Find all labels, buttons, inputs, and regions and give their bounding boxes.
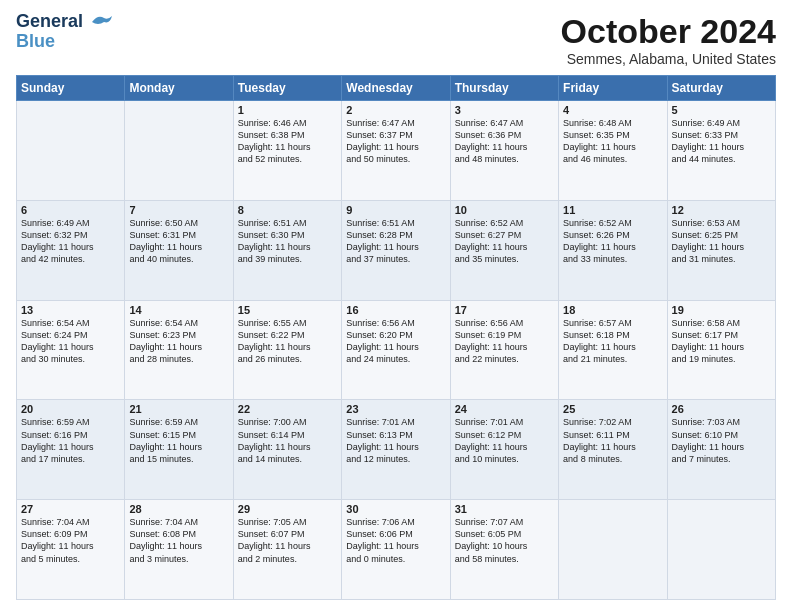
table-row — [559, 500, 667, 600]
calendar-week-row: 6Sunrise: 6:49 AM Sunset: 6:32 PM Daylig… — [17, 200, 776, 300]
calendar-table: Sunday Monday Tuesday Wednesday Thursday… — [16, 75, 776, 600]
col-tuesday: Tuesday — [233, 76, 341, 101]
table-row: 2Sunrise: 6:47 AM Sunset: 6:37 PM Daylig… — [342, 101, 450, 201]
calendar-week-row: 27Sunrise: 7:04 AM Sunset: 6:09 PM Dayli… — [17, 500, 776, 600]
table-row: 31Sunrise: 7:07 AM Sunset: 6:05 PM Dayli… — [450, 500, 558, 600]
day-info: Sunrise: 6:56 AM Sunset: 6:19 PM Dayligh… — [455, 317, 554, 366]
day-number: 7 — [129, 204, 228, 216]
day-number: 2 — [346, 104, 445, 116]
calendar-week-row: 20Sunrise: 6:59 AM Sunset: 6:16 PM Dayli… — [17, 400, 776, 500]
table-row: 5Sunrise: 6:49 AM Sunset: 6:33 PM Daylig… — [667, 101, 775, 201]
day-info: Sunrise: 6:49 AM Sunset: 6:33 PM Dayligh… — [672, 117, 771, 166]
day-number: 23 — [346, 403, 445, 415]
table-row: 8Sunrise: 6:51 AM Sunset: 6:30 PM Daylig… — [233, 200, 341, 300]
day-info: Sunrise: 7:04 AM Sunset: 6:08 PM Dayligh… — [129, 516, 228, 565]
table-row: 9Sunrise: 6:51 AM Sunset: 6:28 PM Daylig… — [342, 200, 450, 300]
table-row: 17Sunrise: 6:56 AM Sunset: 6:19 PM Dayli… — [450, 300, 558, 400]
col-monday: Monday — [125, 76, 233, 101]
day-number: 1 — [238, 104, 337, 116]
day-info: Sunrise: 6:51 AM Sunset: 6:30 PM Dayligh… — [238, 217, 337, 266]
table-row: 13Sunrise: 6:54 AM Sunset: 6:24 PM Dayli… — [17, 300, 125, 400]
day-info: Sunrise: 6:58 AM Sunset: 6:17 PM Dayligh… — [672, 317, 771, 366]
table-row: 18Sunrise: 6:57 AM Sunset: 6:18 PM Dayli… — [559, 300, 667, 400]
day-number: 9 — [346, 204, 445, 216]
logo-bird-icon — [90, 14, 112, 30]
table-row — [125, 101, 233, 201]
day-number: 4 — [563, 104, 662, 116]
day-info: Sunrise: 7:01 AM Sunset: 6:12 PM Dayligh… — [455, 416, 554, 465]
day-number: 28 — [129, 503, 228, 515]
logo-general: General — [16, 12, 112, 32]
location: Semmes, Alabama, United States — [561, 51, 776, 67]
table-row: 15Sunrise: 6:55 AM Sunset: 6:22 PM Dayli… — [233, 300, 341, 400]
day-number: 5 — [672, 104, 771, 116]
day-info: Sunrise: 6:47 AM Sunset: 6:36 PM Dayligh… — [455, 117, 554, 166]
day-number: 29 — [238, 503, 337, 515]
day-number: 27 — [21, 503, 120, 515]
table-row: 12Sunrise: 6:53 AM Sunset: 6:25 PM Dayli… — [667, 200, 775, 300]
table-row: 11Sunrise: 6:52 AM Sunset: 6:26 PM Dayli… — [559, 200, 667, 300]
header: General Blue October 2024 Semmes, Alabam… — [16, 12, 776, 67]
day-info: Sunrise: 7:06 AM Sunset: 6:06 PM Dayligh… — [346, 516, 445, 565]
table-row — [667, 500, 775, 600]
day-info: Sunrise: 6:51 AM Sunset: 6:28 PM Dayligh… — [346, 217, 445, 266]
col-wednesday: Wednesday — [342, 76, 450, 101]
day-number: 19 — [672, 304, 771, 316]
day-number: 14 — [129, 304, 228, 316]
col-saturday: Saturday — [667, 76, 775, 101]
day-number: 21 — [129, 403, 228, 415]
day-info: Sunrise: 6:53 AM Sunset: 6:25 PM Dayligh… — [672, 217, 771, 266]
day-info: Sunrise: 6:47 AM Sunset: 6:37 PM Dayligh… — [346, 117, 445, 166]
day-number: 20 — [21, 403, 120, 415]
day-info: Sunrise: 7:05 AM Sunset: 6:07 PM Dayligh… — [238, 516, 337, 565]
day-info: Sunrise: 7:04 AM Sunset: 6:09 PM Dayligh… — [21, 516, 120, 565]
day-info: Sunrise: 6:46 AM Sunset: 6:38 PM Dayligh… — [238, 117, 337, 166]
table-row: 19Sunrise: 6:58 AM Sunset: 6:17 PM Dayli… — [667, 300, 775, 400]
table-row: 22Sunrise: 7:00 AM Sunset: 6:14 PM Dayli… — [233, 400, 341, 500]
table-row: 30Sunrise: 7:06 AM Sunset: 6:06 PM Dayli… — [342, 500, 450, 600]
day-info: Sunrise: 6:52 AM Sunset: 6:26 PM Dayligh… — [563, 217, 662, 266]
table-row: 21Sunrise: 6:59 AM Sunset: 6:15 PM Dayli… — [125, 400, 233, 500]
day-info: Sunrise: 7:02 AM Sunset: 6:11 PM Dayligh… — [563, 416, 662, 465]
calendar-week-row: 13Sunrise: 6:54 AM Sunset: 6:24 PM Dayli… — [17, 300, 776, 400]
table-row: 14Sunrise: 6:54 AM Sunset: 6:23 PM Dayli… — [125, 300, 233, 400]
day-number: 31 — [455, 503, 554, 515]
day-number: 8 — [238, 204, 337, 216]
day-info: Sunrise: 6:52 AM Sunset: 6:27 PM Dayligh… — [455, 217, 554, 266]
day-info: Sunrise: 6:49 AM Sunset: 6:32 PM Dayligh… — [21, 217, 120, 266]
logo-blue: Blue — [16, 32, 55, 52]
table-row: 6Sunrise: 6:49 AM Sunset: 6:32 PM Daylig… — [17, 200, 125, 300]
table-row: 10Sunrise: 6:52 AM Sunset: 6:27 PM Dayli… — [450, 200, 558, 300]
col-thursday: Thursday — [450, 76, 558, 101]
table-row: 29Sunrise: 7:05 AM Sunset: 6:07 PM Dayli… — [233, 500, 341, 600]
table-row: 16Sunrise: 6:56 AM Sunset: 6:20 PM Dayli… — [342, 300, 450, 400]
page: General Blue October 2024 Semmes, Alabam… — [0, 0, 792, 612]
table-row: 27Sunrise: 7:04 AM Sunset: 6:09 PM Dayli… — [17, 500, 125, 600]
day-info: Sunrise: 6:59 AM Sunset: 6:16 PM Dayligh… — [21, 416, 120, 465]
day-number: 18 — [563, 304, 662, 316]
title-area: October 2024 Semmes, Alabama, United Sta… — [561, 12, 776, 67]
table-row: 4Sunrise: 6:48 AM Sunset: 6:35 PM Daylig… — [559, 101, 667, 201]
day-info: Sunrise: 6:57 AM Sunset: 6:18 PM Dayligh… — [563, 317, 662, 366]
day-info: Sunrise: 6:54 AM Sunset: 6:23 PM Dayligh… — [129, 317, 228, 366]
day-number: 26 — [672, 403, 771, 415]
table-row: 26Sunrise: 7:03 AM Sunset: 6:10 PM Dayli… — [667, 400, 775, 500]
day-info: Sunrise: 6:59 AM Sunset: 6:15 PM Dayligh… — [129, 416, 228, 465]
day-number: 17 — [455, 304, 554, 316]
col-sunday: Sunday — [17, 76, 125, 101]
table-row: 23Sunrise: 7:01 AM Sunset: 6:13 PM Dayli… — [342, 400, 450, 500]
day-number: 12 — [672, 204, 771, 216]
table-row: 3Sunrise: 6:47 AM Sunset: 6:36 PM Daylig… — [450, 101, 558, 201]
day-number: 13 — [21, 304, 120, 316]
day-number: 25 — [563, 403, 662, 415]
table-row: 7Sunrise: 6:50 AM Sunset: 6:31 PM Daylig… — [125, 200, 233, 300]
day-info: Sunrise: 7:03 AM Sunset: 6:10 PM Dayligh… — [672, 416, 771, 465]
day-number: 10 — [455, 204, 554, 216]
day-info: Sunrise: 6:54 AM Sunset: 6:24 PM Dayligh… — [21, 317, 120, 366]
day-info: Sunrise: 7:00 AM Sunset: 6:14 PM Dayligh… — [238, 416, 337, 465]
day-number: 16 — [346, 304, 445, 316]
day-number: 3 — [455, 104, 554, 116]
table-row: 25Sunrise: 7:02 AM Sunset: 6:11 PM Dayli… — [559, 400, 667, 500]
table-row: 28Sunrise: 7:04 AM Sunset: 6:08 PM Dayli… — [125, 500, 233, 600]
day-info: Sunrise: 6:50 AM Sunset: 6:31 PM Dayligh… — [129, 217, 228, 266]
